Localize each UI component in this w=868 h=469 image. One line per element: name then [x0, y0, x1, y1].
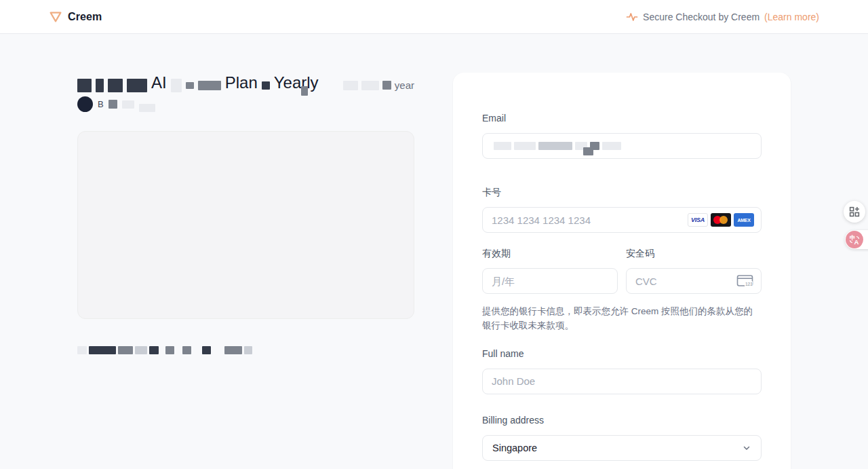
seller-row: B [77, 96, 155, 112]
grid-add-button[interactable] [844, 201, 865, 223]
product-image-placeholder [77, 131, 414, 319]
product-caption-redacted [77, 346, 252, 354]
cvc-card-icon: 123 [736, 274, 754, 288]
card-brand-icons: VISA AMEX [688, 213, 754, 227]
seller-avatar [77, 96, 93, 112]
brand-name: Creem [68, 11, 102, 23]
translate-glyph-en: A [854, 238, 859, 246]
seller-name-fragment: B [98, 99, 104, 109]
card-number-input[interactable] [492, 214, 688, 226]
secure-checkout-text: Secure Checkout by Creem [643, 12, 760, 22]
full-name-input[interactable] [482, 369, 762, 394]
learn-more-link[interactable]: (Learn more) [764, 12, 819, 22]
brand-logo: Creem [49, 11, 102, 23]
card-number-label: 卡号 [482, 187, 762, 198]
expiry-label: 有效期 [482, 248, 618, 259]
card-number-field[interactable]: VISA AMEX [482, 207, 762, 233]
header: Creem Secure Checkout by Creem (Learn mo… [0, 0, 868, 34]
title-fragment: Yearly [274, 73, 319, 92]
billing-country-select[interactable]: Singapore [482, 435, 762, 461]
product-title-redacted: AIPlanYearly [77, 73, 326, 92]
full-name-label: Full name [482, 348, 762, 360]
email-label: Email [482, 113, 762, 124]
billing-address-label: Billing address [482, 415, 762, 426]
title-fragment: Plan [225, 73, 258, 92]
cvc-label: 安全码 [626, 248, 762, 259]
translate-icon: 中 A [846, 231, 863, 248]
grid-add-icon [849, 206, 860, 217]
product-title-row: AIPlanYearly year [77, 73, 414, 92]
title-fragment: AI [151, 73, 167, 92]
secure-checkout: Secure Checkout by Creem (Learn more) [626, 11, 819, 23]
translate-button[interactable]: 中 A [845, 230, 868, 249]
payment-card: Email 卡号 VISA AMEX 有效期 安全码 [453, 73, 791, 469]
creem-triangle-logo [49, 11, 62, 23]
cvc-badge-text: 123 [745, 282, 753, 286]
email-field[interactable] [482, 133, 762, 159]
visa-card-icon: VISA [688, 213, 708, 227]
expiry-input[interactable] [482, 268, 618, 294]
billing-country-value: Singapore [492, 443, 537, 453]
pulse-icon [626, 11, 638, 23]
price-period: year [395, 79, 414, 91]
chevron-down-icon [742, 443, 751, 453]
cvc-field[interactable]: 123 [626, 268, 762, 294]
cvc-input[interactable] [635, 276, 736, 287]
amex-card-icon: AMEX [734, 213, 754, 227]
product-summary: AIPlanYearly year B [77, 73, 414, 372]
mastercard-icon [711, 213, 731, 227]
product-price: year [343, 79, 414, 92]
card-terms-text: 提供您的银行卡信息，即表示您允许 Creem 按照他们的条款从您的银行卡收取未来… [482, 304, 762, 333]
email-value-redacted [492, 142, 634, 150]
